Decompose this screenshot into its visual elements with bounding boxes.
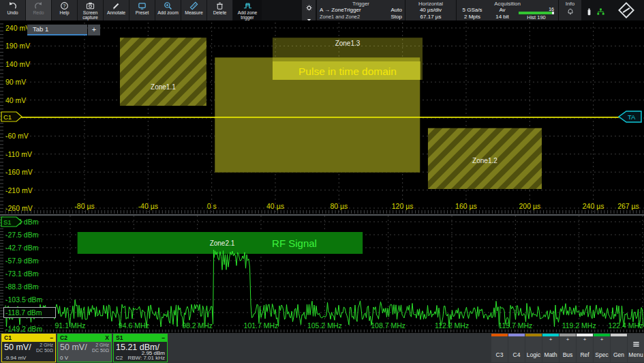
acquisition-resolution: 14 bit xyxy=(488,14,517,20)
toolbar-button-help[interactable]: ?Help xyxy=(52,0,77,20)
time-y-label: -110 mV xyxy=(5,150,32,158)
toolbar-button-annotate[interactable]: Annotate xyxy=(104,0,129,20)
tab-tab1[interactable]: Tab 1 xyxy=(27,25,87,35)
close-icon[interactable]: X xyxy=(105,334,109,342)
channel-buttons: C3C4Logic+Math+Bus+Ref+SpecGenMenu xyxy=(491,334,644,362)
trigger-panel[interactable]: Trigger A → ZoneTrigger Auto Zone1 and Z… xyxy=(316,0,405,20)
time-x-label: 120 µs xyxy=(392,202,414,210)
channel-button-bus[interactable]: +Bus xyxy=(559,334,576,362)
channel-button-c4[interactable]: C4 xyxy=(508,334,525,362)
menu-icon xyxy=(632,339,641,346)
acquisition-panel-title: Acquisition xyxy=(457,0,558,7)
plus-icon: + xyxy=(600,336,604,343)
toolbar-button-delete[interactable]: Delete xyxy=(207,0,232,20)
spectrum-x-label: 91.1 MHz xyxy=(55,321,86,330)
spectrum-y-label: -57.9 dBm xyxy=(5,257,39,265)
time-y-label: 190 mV xyxy=(5,42,30,50)
plot-divider[interactable] xyxy=(0,214,644,216)
acquisition-panel[interactable]: Acquisition 5 GSa/s 2 Mpts Av 14 bit 16 … xyxy=(456,0,558,20)
channel-color-stripe xyxy=(525,334,542,336)
channel-button-ref[interactable]: +Ref xyxy=(577,334,593,362)
toolbar-button-add-zoom[interactable]: Add zoom xyxy=(155,0,181,20)
toolbar-button-label: Annotate xyxy=(107,10,125,15)
channel-button-label: Menu xyxy=(628,351,643,358)
plus-icon: + xyxy=(549,336,553,343)
spectrum-badge-s1[interactable]: S1 – 15.21 dBm/ 2.95 dBm C2 RBW: 7.01 kH… xyxy=(113,334,168,362)
channel-button-gen[interactable]: Gen xyxy=(611,334,627,362)
horizontal-position: 67.17 µs xyxy=(405,14,456,20)
menu-button[interactable]: Menu xyxy=(628,334,644,362)
notification-bell-icon[interactable] xyxy=(559,7,581,17)
toolbar-spacer xyxy=(262,0,302,20)
usb-icon xyxy=(585,7,594,19)
channel-button-label: Spec xyxy=(595,351,608,358)
average-count: 16 xyxy=(519,7,554,12)
spectrum-y-label: -103.5 dBm xyxy=(5,295,43,304)
time-y-label: -260 mV xyxy=(5,204,33,212)
spectrum1-tag-label: S1 xyxy=(3,218,12,226)
toolbar-button-label: Redo xyxy=(33,10,44,15)
svg-text:?: ? xyxy=(63,3,66,8)
c1-bandwidth: 2 GHz xyxy=(36,343,53,348)
channel-badge-c2[interactable]: C2 X 50 mV/ 2 GHz DC 50Ω 0 V xyxy=(57,334,112,362)
minimize-icon[interactable]: – xyxy=(50,334,53,342)
channel-button-spec[interactable]: +Spec xyxy=(594,334,610,362)
badge-c2-body: 50 mV/ 2 GHz DC 50Ω 0 V xyxy=(58,342,111,362)
toolbar-button-measure[interactable]: Measure xyxy=(181,0,206,20)
spectrum-y-label: -27.5 dBm xyxy=(5,231,39,239)
spectrum-x-label: 119.2 MHz xyxy=(562,321,596,330)
spectrum-y-label: -88.3 dBm xyxy=(5,282,39,291)
signal-bar: C1 – 50 mV/ 2 GHz DC 50Ω -9.94 mV C2 X xyxy=(0,333,644,363)
c1-offset: -9.94 mV xyxy=(4,355,26,361)
add-tab-button[interactable]: + xyxy=(88,25,100,35)
rohde-schwarz-logo xyxy=(609,0,644,20)
spectrum-x-label: 115.7 MHz xyxy=(498,321,532,330)
help-circle-icon: ? xyxy=(60,1,69,10)
toolbar-button-screen-capture[interactable]: Screen capture xyxy=(78,0,103,20)
time-x-label: -40 µs xyxy=(138,202,158,210)
spectrum-x-label: 98.2 MHz xyxy=(182,321,213,330)
channel-button-math[interactable]: +Math xyxy=(542,334,559,362)
toolbar-button-add-zone-trigger[interactable]: Add zone trigger xyxy=(233,0,262,20)
trigger-row-source: A → ZoneTrigger Auto xyxy=(317,7,405,14)
zone-1-1[interactable] xyxy=(120,38,206,106)
settings-gear-button[interactable] xyxy=(305,2,313,14)
toolbar-button-label: Add zoom xyxy=(157,10,179,15)
channel-button-c3[interactable]: C3 xyxy=(491,334,508,362)
toolbar: UndoRedo?HelpScreen captureAnnotatePrese… xyxy=(0,0,644,20)
spectrum-y-label: -118.7 dBm xyxy=(5,308,42,317)
badge-s1-name: S1 xyxy=(116,334,123,342)
time-x-label: -80 µs xyxy=(74,202,94,210)
channel-button-label: C3 xyxy=(496,351,504,358)
redo-arrow-icon xyxy=(34,1,43,10)
time-x-label: 267 µs xyxy=(617,202,639,210)
plus-icon: + xyxy=(566,336,570,343)
trigger-ta-tag[interactable]: TA xyxy=(619,111,641,122)
time-y-label: 90 mV xyxy=(5,78,26,86)
trash-icon xyxy=(215,1,224,10)
toolbar-button-label: Help xyxy=(60,10,70,15)
spectrum-y-label: -42.7 dBm xyxy=(5,244,39,252)
toolbar-button-preset[interactable]: Preset xyxy=(129,0,155,20)
toolbar-button-undo[interactable]: Undo xyxy=(0,0,25,20)
zone-1-2-label: Zone1.2 xyxy=(472,157,497,164)
rf-signal-annotation: RF Signal xyxy=(272,237,317,249)
channel1-tag[interactable]: C1 xyxy=(1,112,22,121)
time-y-label: -160 mV xyxy=(5,168,33,176)
channel-button-logic[interactable]: Logic xyxy=(525,334,542,362)
spectrum-x-label: 122.4 MHz xyxy=(609,321,643,330)
c2-scale: 50 mV/ xyxy=(60,343,87,353)
channel1-tag-label: C1 xyxy=(3,113,12,121)
time-content: Zone1.1Zone1.2Zone1.3Pulse in time domai… xyxy=(5,38,619,189)
horizontal-panel[interactable]: Horizontal 40 µs/div 67.17 µs xyxy=(405,0,456,20)
minimize-icon[interactable]: – xyxy=(162,334,165,342)
info-panel[interactable]: Info xyxy=(558,0,581,20)
channel-badge-c1[interactable]: C1 – 50 mV/ 2 GHz DC 50Ω -9.94 mV xyxy=(1,334,56,362)
channel-button-label: Logic xyxy=(527,351,540,358)
average-progress-bar xyxy=(519,12,554,14)
c2-coupling: DC 50Ω xyxy=(92,348,109,353)
status-icons xyxy=(581,0,609,20)
toolbar-button-redo[interactable]: Redo xyxy=(26,0,51,20)
tab-bar: Tab 1 + xyxy=(27,25,100,35)
trigger-mode: Auto xyxy=(391,7,402,14)
